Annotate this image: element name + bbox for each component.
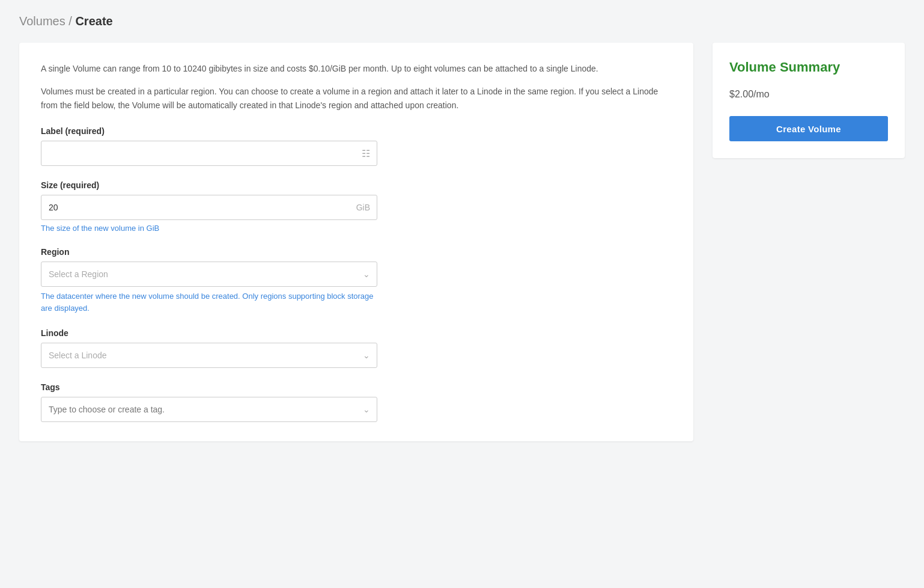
size-input[interactable] (41, 195, 377, 220)
linode-select-wrapper: Select a Linode ⌄ (41, 343, 377, 368)
region-helper-text: The datacenter where the new volume shou… (41, 290, 377, 314)
region-group: Region Select a Region ⌄ The datacenter … (41, 247, 672, 314)
breadcrumb-parent[interactable]: Volumes (19, 14, 65, 28)
tags-input[interactable] (41, 397, 377, 422)
main-form-panel: A single Volume can range from 10 to 102… (19, 43, 693, 441)
summary-title: Volume Summary (729, 60, 888, 75)
price-period: /mo (753, 89, 770, 99)
sidebar-panel: Volume Summary $2.00/mo Create Volume (713, 43, 905, 158)
tags-input-wrapper: ⌄ (41, 397, 377, 422)
label-input-wrapper: ☷ (41, 141, 377, 166)
region-field-label: Region (41, 247, 672, 257)
info-paragraph-1: A single Volume can range from 10 to 102… (41, 62, 672, 75)
breadcrumb: Volumes / Create (19, 14, 905, 28)
label-field-label: Label (required) (41, 126, 672, 136)
breadcrumb-separator: / (68, 14, 72, 28)
info-paragraph-2: Volumes must be created in a particular … (41, 85, 672, 112)
size-field-label: Size (required) (41, 180, 672, 190)
breadcrumb-current: Create (75, 14, 112, 28)
price-value: $2.00 (729, 89, 753, 99)
summary-price: $2.00/mo (729, 82, 888, 102)
tags-field-label: Tags (41, 382, 672, 392)
linode-group: Linode Select a Linode ⌄ (41, 328, 672, 368)
region-select-wrapper: Select a Region ⌄ (41, 262, 377, 287)
linode-field-label: Linode (41, 328, 672, 338)
tags-group: Tags ⌄ (41, 382, 672, 422)
size-group: Size (required) GiB The size of the new … (41, 180, 672, 233)
region-select[interactable]: Select a Region (41, 262, 377, 287)
label-group: Label (required) ☷ (41, 126, 672, 166)
size-input-wrapper: GiB (41, 195, 377, 220)
linode-select[interactable]: Select a Linode (41, 343, 377, 368)
label-input[interactable] (41, 141, 377, 166)
create-volume-button[interactable]: Create Volume (729, 116, 888, 141)
size-helper-text: The size of the new volume in GiB (41, 224, 672, 233)
volume-summary-card: Volume Summary $2.00/mo Create Volume (713, 43, 905, 158)
